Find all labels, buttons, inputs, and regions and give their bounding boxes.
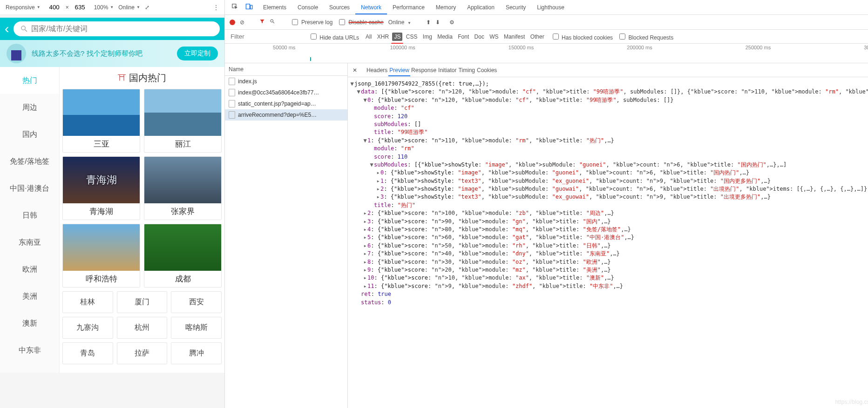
device-throttling-select[interactable]: Online ▼ [118, 4, 140, 11]
filter-type-tab[interactable]: CSS [404, 33, 420, 41]
filter-type-tab[interactable]: Img [421, 33, 434, 41]
detail-tab[interactable]: Timing [457, 65, 476, 75]
device-toggle-icon[interactable] [243, 1, 256, 13]
timeline-tick: 150000 ms [509, 45, 534, 50]
timeline-tick: 50000 ms [273, 45, 295, 50]
destination-chip[interactable]: 厦门 [117, 291, 168, 313]
clear-icon[interactable]: ⊘ [240, 19, 244, 26]
devtools-tab[interactable]: Console [292, 1, 324, 13]
device-select[interactable]: Responsive ▼ [6, 4, 41, 11]
sidebar-item[interactable]: 中国·港澳台 [0, 175, 59, 202]
destination-chip[interactable]: 喀纳斯 [171, 317, 222, 339]
record-icon[interactable] [230, 20, 235, 25]
hide-data-urls-checkbox[interactable]: Hide data URLs [309, 32, 359, 41]
destination-chip[interactable]: 杭州 [117, 317, 168, 339]
has-blocked-cookies-checkbox[interactable]: Has blocked cookies [551, 32, 613, 41]
filter-type-tab[interactable]: XHR [375, 33, 391, 41]
sidebar-item[interactable]: 东南亚 [0, 229, 59, 256]
destination-card[interactable]: 成都 [144, 224, 222, 288]
filter-type-tab[interactable]: Doc [473, 33, 486, 41]
destination-chip[interactable]: 西安 [171, 291, 222, 313]
destination-chip[interactable]: 腾冲 [171, 342, 222, 364]
sidebar-item[interactable]: 热门 [0, 67, 59, 94]
category-content: ⛩ 国内热门 三亚丽江青海湖青海湖张家界呼和浩特成都 桂林厦门西安九寨沟杭州喀纳… [60, 67, 224, 373]
detail-tab[interactable]: Cookies [476, 65, 498, 75]
download-icon[interactable]: ⬇ [435, 19, 440, 26]
card-label: 张家界 [144, 203, 221, 220]
devtools-tab[interactable]: Sources [324, 1, 355, 13]
search-input[interactable] [28, 24, 213, 33]
detail-tab[interactable]: Preview [388, 65, 410, 76]
request-row[interactable]: index@0cc345a68064ce3fb77… [225, 87, 347, 98]
sidebar-item[interactable]: 欧洲 [0, 256, 59, 283]
search-box[interactable] [14, 21, 220, 36]
card-label: 呼和浩特 [63, 271, 140, 287]
request-list: Name index.jsindex@0cc345a68064ce3fb77…s… [225, 63, 348, 408]
inspect-icon[interactable] [229, 1, 241, 13]
card-label: 青海湖 [63, 203, 140, 220]
filter-type-tab[interactable]: Other [529, 33, 546, 41]
upload-icon[interactable]: ⬆ [426, 19, 431, 26]
network-timeline[interactable]: 50000 ms100000 ms150000 ms200000 ms25000… [225, 44, 868, 63]
destination-card[interactable]: 张家界 [144, 156, 222, 220]
section-title: ⛩ 国内热门 [62, 70, 222, 89]
filter-type-tab[interactable]: Media [435, 33, 454, 41]
devtools-tab[interactable]: Security [500, 1, 531, 13]
destination-chip[interactable]: 九寨沟 [62, 317, 113, 339]
filter-type-tab[interactable]: All [364, 33, 373, 41]
destination-card[interactable]: 呼和浩特 [62, 224, 140, 288]
sidebar-item[interactable]: 日韩 [0, 202, 59, 229]
request-row[interactable]: static_content.jsp?pageid=ap… [225, 98, 347, 109]
destination-card[interactable]: 青海湖青海湖 [62, 156, 140, 220]
detail-tab[interactable]: Headers [366, 65, 388, 75]
preserve-log-checkbox[interactable]: Preserve log [290, 18, 332, 27]
destination-chip[interactable]: 桂林 [62, 291, 113, 313]
more-icon[interactable]: ⋮ [213, 4, 219, 11]
search-icon[interactable] [270, 19, 275, 26]
request-detail: ✕ HeadersPreviewResponseInitiatorTimingC… [348, 63, 868, 408]
request-row[interactable]: index.js [225, 76, 347, 87]
settings-icon[interactable]: ⚙ [449, 19, 454, 26]
filter-type-tab[interactable]: Font [456, 33, 471, 41]
devtools-tab[interactable]: Elements [258, 1, 292, 13]
blocked-requests-checkbox[interactable]: Blocked Requests [617, 32, 673, 41]
file-icon [229, 89, 235, 96]
promo-banner[interactable]: 线路太多不会选? 找个定制师帮你吧 立即定制 [0, 40, 224, 67]
device-width-input[interactable] [45, 3, 64, 11]
throttle-select[interactable]: Online ▼ [388, 19, 411, 26]
close-detail-icon[interactable]: ✕ [353, 67, 357, 74]
back-icon[interactable]: ‹ [5, 21, 9, 36]
destination-card[interactable]: 三亚 [62, 89, 140, 153]
sidebar-item[interactable]: 美洲 [0, 283, 59, 310]
card-label: 三亚 [63, 136, 140, 152]
disable-cache-checkbox[interactable]: Disable cache [337, 18, 383, 27]
response-preview[interactable]: ▼jsonp_1601790754922_7855({ret: true,…})… [348, 77, 868, 408]
devtools-tab[interactable]: Memory [430, 1, 461, 13]
devtools-tab[interactable]: Performance [387, 1, 430, 13]
sidebar-item[interactable]: 周边 [0, 94, 59, 121]
filter-type-tab[interactable]: JS [392, 33, 402, 41]
destination-card[interactable]: 丽江 [144, 89, 222, 153]
destination-chip[interactable]: 拉萨 [117, 342, 168, 364]
rotate-icon[interactable]: ⤢ [145, 4, 149, 11]
sidebar-item[interactable]: 澳新 [0, 310, 59, 337]
timeline-tick: 250000 ms [746, 45, 771, 50]
network-filter-input[interactable] [230, 33, 304, 40]
sidebar-item[interactable]: 免签/落地签 [0, 148, 59, 175]
detail-tab[interactable]: Initiator [437, 65, 457, 75]
detail-tab[interactable]: Response [410, 65, 437, 75]
destination-chip[interactable]: 青岛 [62, 342, 113, 364]
filter-icon[interactable] [259, 19, 265, 26]
file-icon [229, 78, 235, 85]
sidebar-item[interactable]: 中东非 [0, 337, 59, 364]
device-zoom-select[interactable]: 100% ▼ [94, 4, 114, 11]
request-row[interactable]: arriveRecommend?dep=%E5… [225, 109, 347, 120]
devtools-tab[interactable]: Application [461, 1, 500, 13]
devtools-tab[interactable]: Network [355, 1, 387, 14]
promo-button[interactable]: 立即定制 [177, 47, 218, 60]
filter-type-tab[interactable]: WS [488, 33, 500, 41]
sidebar-item[interactable]: 国内 [0, 121, 59, 148]
device-height-input[interactable] [71, 3, 89, 11]
filter-type-tab[interactable]: Manifest [502, 33, 527, 41]
devtools-tab[interactable]: Lighthouse [531, 1, 570, 13]
